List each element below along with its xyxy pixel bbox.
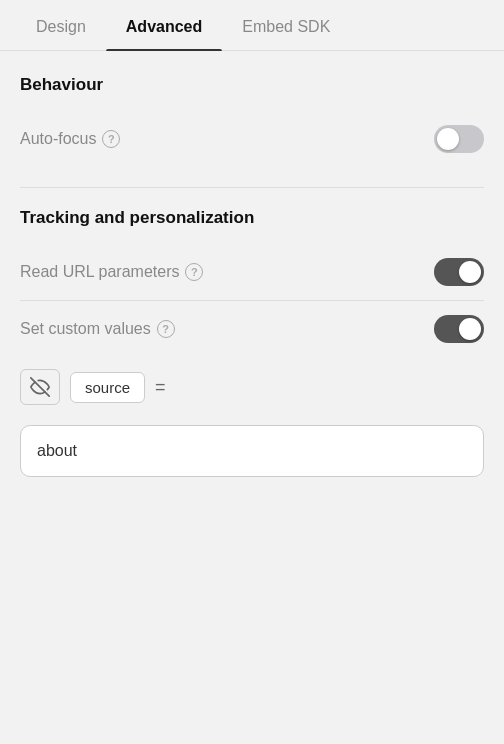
- equals-sign: =: [155, 377, 166, 398]
- behaviour-title: Behaviour: [20, 75, 484, 95]
- divider-2: [20, 300, 484, 301]
- behaviour-section: Behaviour Auto-focus ?: [20, 75, 484, 163]
- tracking-title: Tracking and personalization: [20, 208, 484, 228]
- tabs-bar: Design Advanced Embed SDK: [0, 0, 504, 51]
- set-custom-label: Set custom values: [20, 320, 151, 338]
- read-url-toggle[interactable]: [434, 258, 484, 286]
- hide-icon-button[interactable]: [20, 369, 60, 405]
- tab-embed-sdk[interactable]: Embed SDK: [222, 0, 350, 50]
- eye-off-icon: [30, 377, 50, 397]
- autofocus-help-icon[interactable]: ?: [102, 130, 120, 148]
- autofocus-row: Auto-focus ?: [20, 115, 484, 163]
- autofocus-label: Auto-focus: [20, 130, 96, 148]
- param-name-tag[interactable]: source: [70, 372, 145, 403]
- tab-advanced[interactable]: Advanced: [106, 0, 222, 50]
- divider-1: [20, 187, 484, 188]
- read-url-label: Read URL parameters: [20, 263, 179, 281]
- tracking-section: Tracking and personalization Read URL pa…: [20, 208, 484, 477]
- set-custom-toggle[interactable]: [434, 315, 484, 343]
- custom-value-input[interactable]: [20, 425, 484, 477]
- set-custom-values-row: Set custom values ?: [20, 305, 484, 353]
- autofocus-toggle[interactable]: [434, 125, 484, 153]
- set-custom-help-icon[interactable]: ?: [157, 320, 175, 338]
- read-url-help-icon[interactable]: ?: [185, 263, 203, 281]
- custom-value-row: source =: [20, 369, 484, 405]
- read-url-row: Read URL parameters ?: [20, 248, 484, 296]
- tab-design[interactable]: Design: [16, 0, 106, 50]
